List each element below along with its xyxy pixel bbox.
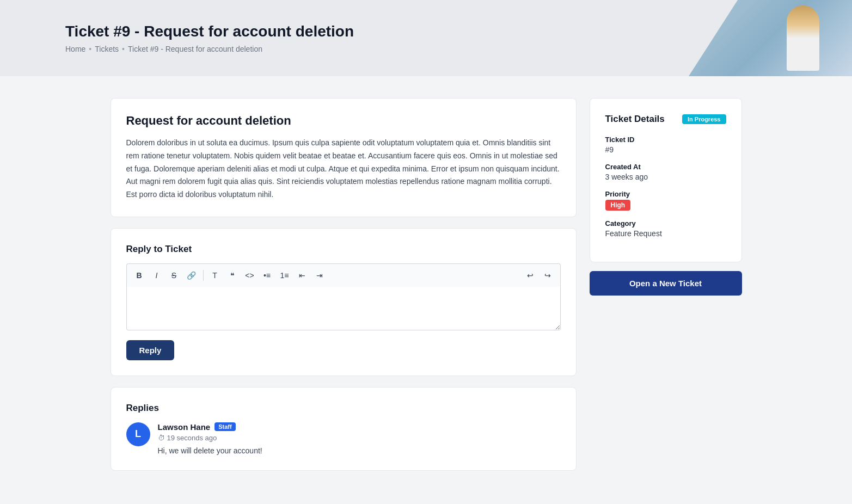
reply-time-text: 19 seconds ago bbox=[167, 434, 217, 442]
redo-button[interactable]: ↪ bbox=[540, 267, 556, 284]
breadcrumb-sep-2: • bbox=[122, 45, 125, 53]
breadcrumb: Home • Tickets • Ticket #9 - Request for… bbox=[65, 45, 808, 53]
indent-right-button[interactable]: ⇥ bbox=[311, 267, 328, 284]
toolbar-left: B I S 🔗 T ❝ <> •≡ 1≡ ⇤ ⇥ bbox=[131, 267, 328, 284]
avatar: L bbox=[126, 422, 150, 446]
replies-card: Replies L Lawson Hane Staff ⏱ 19 seconds… bbox=[111, 387, 577, 471]
reply-time: ⏱ 19 seconds ago bbox=[158, 434, 262, 442]
priority-label: Priority bbox=[605, 190, 726, 198]
ticket-id-value: #9 bbox=[605, 145, 726, 154]
ordered-list-button[interactable]: 1≡ bbox=[277, 267, 293, 284]
ticket-id-label: Ticket ID bbox=[605, 136, 726, 144]
category-label: Category bbox=[605, 219, 726, 228]
strikethrough-button[interactable]: S bbox=[166, 267, 182, 284]
link-button[interactable]: 🔗 bbox=[183, 267, 200, 284]
breadcrumb-home[interactable]: Home bbox=[65, 45, 85, 53]
left-column: Request for account deletion Dolorem dol… bbox=[111, 98, 577, 471]
created-at-row: Created At 3 weeks ago bbox=[605, 163, 726, 181]
ticket-content-card: Request for account deletion Dolorem dol… bbox=[111, 98, 577, 217]
bullet-list-button[interactable]: •≡ bbox=[259, 267, 275, 284]
breadcrumb-sep-1: • bbox=[89, 45, 91, 53]
header-decoration bbox=[787, 5, 819, 71]
editor-toolbar: B I S 🔗 T ❝ <> •≡ 1≡ ⇤ ⇥ ↩ ↪ bbox=[126, 263, 561, 287]
ticket-details-header: Ticket Details In Progress bbox=[605, 114, 726, 125]
reply-textarea[interactable] bbox=[126, 287, 561, 330]
toolbar-separator-1 bbox=[203, 270, 204, 281]
reply-button[interactable]: Reply bbox=[126, 340, 175, 360]
category-value: Feature Request bbox=[605, 229, 726, 238]
reply-to-ticket-card: Reply to Ticket B I S 🔗 T ❝ <> •≡ 1≡ ⇤ ⇥ bbox=[111, 228, 577, 376]
heading-button[interactable]: T bbox=[207, 267, 223, 284]
reply-item: L Lawson Hane Staff ⏱ 19 seconds ago Hi,… bbox=[126, 422, 561, 455]
open-new-ticket-button[interactable]: Open a New Ticket bbox=[590, 271, 742, 296]
ticket-details-title: Ticket Details bbox=[605, 114, 665, 125]
created-at-value: 3 weeks ago bbox=[605, 173, 726, 181]
created-at-label: Created At bbox=[605, 163, 726, 171]
priority-badge: High bbox=[605, 200, 631, 211]
undo-button[interactable]: ↩ bbox=[522, 267, 538, 284]
reply-author: Lawson Hane bbox=[158, 422, 211, 432]
reply-section-title: Reply to Ticket bbox=[126, 244, 561, 255]
indent-left-button[interactable]: ⇤ bbox=[294, 267, 310, 284]
replies-title: Replies bbox=[126, 403, 561, 414]
breadcrumb-tickets[interactable]: Tickets bbox=[95, 45, 119, 53]
blockquote-button[interactable]: ❝ bbox=[224, 267, 241, 284]
reply-meta: Lawson Hane Staff bbox=[158, 422, 262, 432]
bold-button[interactable]: B bbox=[131, 267, 148, 284]
staff-badge: Staff bbox=[214, 422, 235, 431]
toolbar-right: ↩ ↪ bbox=[522, 267, 556, 284]
main-container: Request for account deletion Dolorem dol… bbox=[45, 76, 807, 493]
ticket-details-card: Ticket Details In Progress Ticket ID #9 … bbox=[590, 98, 742, 262]
category-row: Category Feature Request bbox=[605, 219, 726, 238]
reply-content: Lawson Hane Staff ⏱ 19 seconds ago Hi, w… bbox=[158, 422, 262, 455]
ticket-id-row: Ticket ID #9 bbox=[605, 136, 726, 154]
reply-text: Hi, we will delete your account! bbox=[158, 446, 262, 455]
priority-row: Priority High bbox=[605, 190, 726, 211]
breadcrumb-current: Ticket #9 - Request for account deletion bbox=[128, 45, 262, 53]
page-title: Ticket #9 - Request for account deletion bbox=[65, 23, 808, 40]
italic-button[interactable]: I bbox=[149, 267, 165, 284]
code-button[interactable]: <> bbox=[242, 267, 258, 284]
right-column: Ticket Details In Progress Ticket ID #9 … bbox=[590, 98, 742, 296]
clock-icon: ⏱ bbox=[158, 434, 165, 442]
ticket-title: Request for account deletion bbox=[126, 114, 561, 128]
in-progress-badge: In Progress bbox=[682, 114, 726, 124]
page-header: Ticket #9 - Request for account deletion… bbox=[0, 0, 852, 76]
ticket-body: Dolorem doloribus in ut soluta ea ducimu… bbox=[126, 137, 561, 201]
